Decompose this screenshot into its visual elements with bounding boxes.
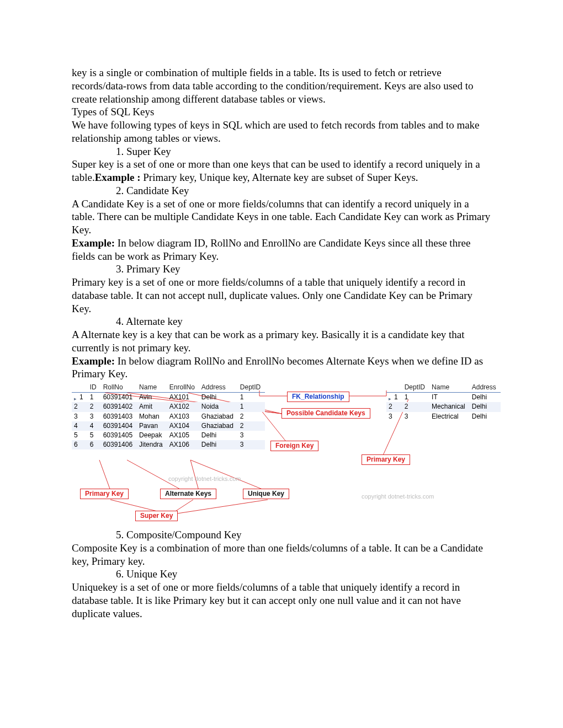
unique-body: Uniquekey is a set of one or more fields… [72, 581, 491, 620]
types-heading: Types of SQL Keys [72, 105, 491, 119]
foreign-key-label: Foreign Key [270, 441, 318, 451]
table-row: 2260391402AmitAX102Noida1 [72, 402, 265, 411]
primary-key-left-label: Primary Key [80, 489, 129, 499]
list-item-super-key: Super Key [116, 145, 491, 158]
table-header-row: DeptID Name Address [386, 383, 501, 393]
candidate-example: Example: In below diagram ID, RollNo and… [72, 237, 491, 263]
list-item-label: Super Key [126, 146, 171, 157]
alternate-body: A Alternate key is a key that can be wor… [72, 328, 491, 355]
fk-relationship-label: FK_Relationship [287, 392, 349, 402]
list-item-label: Composite/Compound Key [126, 529, 241, 540]
text: In below diagram ID, RollNo and EnrollNo… [72, 237, 470, 262]
list-item-composite-key: Composite/Compound Key [116, 528, 491, 542]
superkey-body: Super key is a set of one or more than o… [72, 158, 491, 184]
watermark-left: copyright dotnet-tricks.com [168, 475, 241, 482]
left-table: ID RollNo Name EnrollNo Address DeptID 1… [72, 383, 265, 449]
list-item-candidate-key: Candidate Key [116, 184, 491, 197]
list-item-label: Alternate key [126, 315, 183, 327]
table-row: 5560391405DeepakAX105Delhi3 [72, 431, 265, 440]
table-row: 11ITDelhi [386, 393, 501, 403]
table-row: 1160391401AvinAX101Delhi1 [72, 393, 265, 403]
table-row: 22MechanicalDelhi [386, 402, 501, 411]
list-item-label: Primary Key [126, 263, 180, 275]
example-label: Example: [72, 237, 115, 249]
text: In below diagram RollNo and EnrollNo bec… [72, 355, 483, 380]
candidate-body: A Candidate Key is a set of one or more … [72, 197, 491, 237]
right-table: DeptID Name Address 11ITDelhi22Mechanica… [386, 383, 501, 421]
primary-body: Primary key is a set of one or more fiel… [72, 276, 491, 315]
keys-diagram: ID RollNo Name EnrollNo Address DeptID 1… [72, 383, 502, 526]
example-label: Example : [95, 172, 141, 183]
table-row: 33ElectricalDelhi [386, 412, 501, 421]
types-intro: We have following types of keys in SQL w… [72, 119, 491, 145]
intro-paragraph: key is a single or combination of multip… [72, 66, 491, 105]
table-row: 3360391403MohanAX103Ghaziabad2 [72, 412, 265, 421]
alternate-keys-label: Alternate Keys [160, 489, 216, 499]
alternate-example: Example: In below diagram RollNo and Enr… [72, 355, 491, 381]
svg-line-14 [174, 500, 268, 514]
possible-candidate-keys-label: Possible Candidate Keys [282, 408, 370, 419]
watermark-right: copyright dotnet-tricks.com [362, 493, 434, 500]
table-row: 4460391404PavanAX104Ghaziabad2 [72, 421, 265, 431]
svg-line-8 [99, 460, 110, 490]
list-item-label: Candidate Key [126, 185, 189, 196]
composite-body: Composite Key is a combination of more t… [72, 542, 491, 568]
list-item-label: Unique Key [126, 568, 177, 580]
list-item-unique-key: Unique Key [116, 568, 491, 581]
table-header-row: ID RollNo Name EnrollNo Address DeptID [72, 383, 265, 393]
list-item-alternate-key: Alternate key [116, 315, 491, 328]
example-label: Example: [72, 355, 115, 367]
list-item-primary-key: Primary Key [116, 263, 491, 276]
table-row: 6660391406JitendraAX106Delhi3 [72, 440, 265, 449]
text: Primary key, Unique key, Alternate key a… [141, 172, 418, 183]
primary-key-right-label: Primary Key [362, 454, 410, 465]
super-key-label: Super Key [135, 511, 178, 521]
unique-key-label: Unique Key [243, 489, 289, 499]
